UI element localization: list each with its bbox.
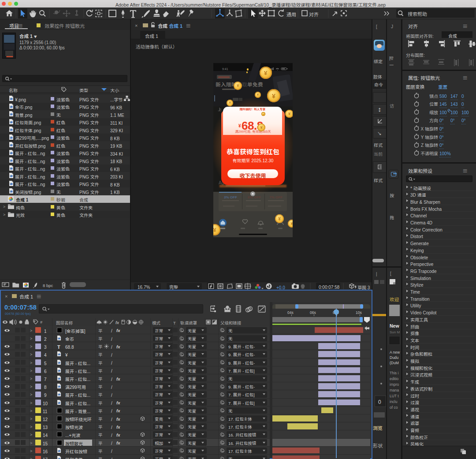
svg-text:#: #	[40, 319, 43, 325]
